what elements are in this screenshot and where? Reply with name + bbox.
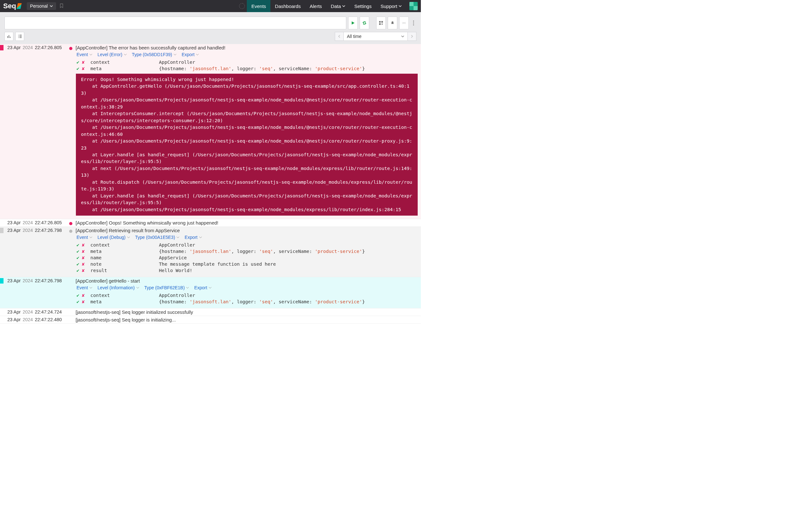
include-icon[interactable]: ✔ xyxy=(77,242,79,247)
chevron-down-icon xyxy=(124,53,127,56)
level-stripe xyxy=(0,317,3,322)
chip-type[interactable]: Type (0x00A1E5E3) xyxy=(135,235,179,240)
chevron-down-icon xyxy=(50,4,53,8)
event-list: 23 Apr202422:47:26.805 [AppController] T… xyxy=(0,44,421,324)
nav-settings[interactable]: Settings xyxy=(350,0,376,12)
chevron-down-icon xyxy=(401,35,404,38)
include-icon[interactable]: ✔ xyxy=(77,66,79,71)
timestamp: 23 Apr202422:47:24.724 xyxy=(3,309,67,315)
topbar: Seq Personal Events Dashboards Alerts Da… xyxy=(0,0,421,12)
histogram-button[interactable] xyxy=(4,32,13,41)
run-button[interactable] xyxy=(348,17,358,29)
timestamp: 23 Apr202422:47:22.480 xyxy=(3,317,67,322)
include-icon[interactable]: ✔ xyxy=(77,299,79,304)
chevron-down-icon xyxy=(199,236,202,239)
include-icon[interactable]: ✔ xyxy=(77,60,79,65)
workspace-selector[interactable]: Personal xyxy=(27,2,56,10)
event-row[interactable]: 23 Apr202422:47:26.805 [AppController] T… xyxy=(0,44,421,219)
nav-dashboards[interactable]: Dashboards xyxy=(270,0,305,12)
include-icon[interactable]: ✔ xyxy=(77,249,79,254)
event-row[interactable]: 23 Apr202422:47:26.798 [AppController] g… xyxy=(0,277,421,308)
logo-text: Seq xyxy=(3,2,16,10)
property-row: ✔✘meta{hostname: 'jasonsoft.lan', logger… xyxy=(77,65,418,72)
exclude-icon[interactable]: ✘ xyxy=(82,242,85,247)
event-row[interactable]: 23 Apr202422:47:22.480 [jasonsoft/nestjs… xyxy=(0,316,421,324)
property-row: ✔✘meta{hostname: 'jasonsoft.lan', logger… xyxy=(77,248,418,254)
exclude-icon[interactable]: ✘ xyxy=(82,268,85,273)
chip-export[interactable]: Export xyxy=(182,52,199,57)
range-next-button[interactable] xyxy=(407,32,417,41)
nav-events[interactable]: Events xyxy=(247,0,270,12)
svg-rect-0 xyxy=(379,21,381,23)
level-stripe xyxy=(0,220,3,226)
exclude-icon[interactable]: ✘ xyxy=(82,262,85,267)
event-row[interactable]: 23 Apr202422:47:24.724 [jasonsoft/nestjs… xyxy=(0,308,421,316)
chip-event[interactable]: Event xyxy=(77,52,93,57)
theme-toggle-icon[interactable] xyxy=(239,3,245,9)
nav-data[interactable]: Data xyxy=(327,0,350,12)
include-icon[interactable]: ✔ xyxy=(77,293,79,298)
chevron-down-icon xyxy=(89,236,93,239)
query-bar xyxy=(0,12,421,32)
range-label: All time xyxy=(347,34,362,39)
chip-type[interactable]: Type (0x58DD1F39) xyxy=(132,52,177,57)
exclude-icon[interactable]: ✘ xyxy=(82,60,85,65)
logo-icon xyxy=(17,3,22,9)
stream-button[interactable] xyxy=(399,17,409,29)
event-row[interactable]: 23 Apr202422:47:26.798 [AppController] R… xyxy=(0,227,421,277)
svg-rect-9 xyxy=(10,37,11,38)
svg-rect-1 xyxy=(381,21,383,23)
event-detail: Event Level (Error) Type (0x58DD1F39) Ex… xyxy=(0,51,421,219)
timestamp: 23 Apr202422:47:26.805 xyxy=(3,220,67,226)
exclude-icon[interactable]: ✘ xyxy=(82,249,85,254)
property-row: ✔✘contextAppController xyxy=(77,292,418,299)
include-icon[interactable]: ✔ xyxy=(77,262,79,267)
chevron-down-icon xyxy=(196,53,199,56)
avatar[interactable] xyxy=(409,2,418,10)
svg-rect-15 xyxy=(19,37,22,38)
event-message: [jasonsoft/nestjs-seq] Seq logger initia… xyxy=(76,309,418,315)
chevron-down-icon xyxy=(89,286,93,289)
chip-export[interactable]: Export xyxy=(185,235,202,240)
bookmark-icon[interactable] xyxy=(59,3,64,9)
chevron-down-icon xyxy=(399,4,402,8)
nav-support[interactable]: Support xyxy=(376,0,406,12)
list-button[interactable] xyxy=(15,32,24,41)
exclude-icon[interactable]: ✘ xyxy=(82,66,85,71)
exclude-icon[interactable]: ✘ xyxy=(82,299,85,304)
chip-level[interactable]: Level (Error) xyxy=(98,52,127,57)
svg-rect-13 xyxy=(19,36,22,37)
property-row: ✔✘contextAppController xyxy=(77,242,418,248)
query-input[interactable] xyxy=(4,17,346,29)
notifications-button[interactable] xyxy=(388,17,397,29)
exclude-icon[interactable]: ✘ xyxy=(82,293,85,298)
chip-event[interactable]: Event xyxy=(77,235,93,240)
range-select[interactable]: All time xyxy=(344,32,407,41)
include-icon[interactable]: ✔ xyxy=(77,268,79,273)
chevron-down-icon xyxy=(186,286,189,289)
chip-level[interactable]: Level (Information) xyxy=(98,285,139,290)
property-row: ✔✘resultHello World! xyxy=(77,267,418,274)
exclude-icon[interactable]: ✘ xyxy=(82,255,85,260)
add-signal-button[interactable] xyxy=(376,17,386,29)
level-stripe xyxy=(0,45,3,51)
svg-rect-11 xyxy=(19,35,22,35)
chevron-down-icon xyxy=(127,236,130,239)
chevron-down-icon xyxy=(209,286,212,289)
svg-rect-7 xyxy=(7,36,8,38)
chip-type[interactable]: Type (0xFBF62E1B) xyxy=(144,285,189,290)
more-button[interactable] xyxy=(411,17,417,29)
event-detail: Event Level (Debug) Type (0x00A1E5E3) Ex… xyxy=(0,234,421,277)
logo[interactable]: Seq xyxy=(3,2,21,10)
chip-export[interactable]: Export xyxy=(194,285,211,290)
chip-level[interactable]: Level (Debug) xyxy=(98,235,130,240)
workspace-label: Personal xyxy=(30,3,47,8)
range-prev-button[interactable] xyxy=(335,32,344,41)
chevron-down-icon xyxy=(173,53,177,56)
include-icon[interactable]: ✔ xyxy=(77,255,79,260)
refresh-button[interactable] xyxy=(360,17,369,29)
svg-rect-2 xyxy=(379,23,381,25)
nav-alerts[interactable]: Alerts xyxy=(305,0,326,12)
chip-event[interactable]: Event xyxy=(77,285,93,290)
event-row[interactable]: 23 Apr202422:47:26.805 [AppController] O… xyxy=(0,219,421,227)
